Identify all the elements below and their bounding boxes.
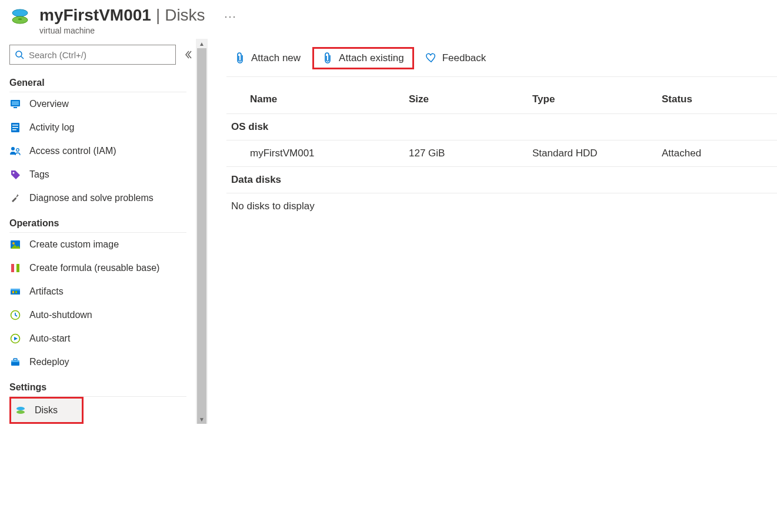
sidebar-scrollbar[interactable]: ▲ ▼ <box>196 39 208 424</box>
tag-icon <box>9 169 21 180</box>
cell-name: myFirstVM001 <box>250 148 409 159</box>
scroll-down-icon[interactable]: ▼ <box>196 414 208 424</box>
sidebar-item-label: Auto-start <box>29 333 70 344</box>
paperclip-icon <box>235 53 245 63</box>
svg-rect-28 <box>14 359 17 360</box>
heart-icon <box>426 53 436 63</box>
toolbar: Attach new Attach existing Feedback <box>226 39 777 77</box>
svg-rect-11 <box>12 125 18 126</box>
svg-rect-8 <box>12 101 19 105</box>
feedback-button[interactable]: Feedback <box>418 49 495 68</box>
search-input[interactable] <box>29 50 171 60</box>
image-icon <box>9 239 21 250</box>
briefcase-icon <box>9 356 21 368</box>
clock-start-icon <box>9 333 21 344</box>
sidebar-section-operations: Operations <box>9 210 186 233</box>
sidebar-item-label: Access control (IAM) <box>29 146 116 156</box>
highlight-box-attach-existing: Attach existing <box>312 47 414 69</box>
search-input-container[interactable] <box>9 45 176 65</box>
sidebar: General Overview Activity log Access con… <box>0 39 196 424</box>
sidebar-item-redeploy[interactable]: Redeploy <box>9 350 196 374</box>
toolbar-button-label: Attach new <box>251 52 301 64</box>
sidebar-item-label: Activity log <box>29 122 74 133</box>
svg-point-30 <box>16 407 25 410</box>
monitor-icon <box>9 98 21 110</box>
page-header: myFirstVM001 | Disks virtual machine ··· <box>0 0 777 39</box>
sidebar-item-label: Overview <box>29 99 69 109</box>
sidebar-item-diagnose[interactable]: Diagnose and solve problems <box>9 186 196 210</box>
sidebar-item-activity-log[interactable]: Activity log <box>9 116 196 139</box>
data-disks-empty: No disks to display <box>226 193 777 219</box>
log-icon <box>9 122 21 133</box>
disks-table: Name Size Type Status OS disk myFirstVM0… <box>226 88 777 219</box>
sidebar-item-tags[interactable]: Tags <box>9 163 196 186</box>
svg-rect-19 <box>11 264 14 272</box>
os-disk-section-header: OS disk <box>226 114 777 140</box>
svg-point-5 <box>16 51 22 57</box>
highlight-box-disks: Disks <box>9 397 84 424</box>
cell-size: 127 GiB <box>409 148 532 159</box>
people-icon <box>9 145 21 157</box>
disks-icon <box>15 404 26 416</box>
sidebar-item-label: Auto-shutdown <box>29 310 92 320</box>
sidebar-item-access-control[interactable]: Access control (IAM) <box>9 139 196 163</box>
sidebar-item-overview[interactable]: Overview <box>9 92 196 116</box>
sidebar-item-label: Artifacts <box>29 286 64 297</box>
sidebar-item-label: Tags <box>29 169 49 180</box>
sidebar-item-create-custom-image[interactable]: Create custom image <box>9 233 196 256</box>
sidebar-item-auto-start[interactable]: Auto-start <box>9 327 196 350</box>
data-disks-section-header: Data disks <box>226 167 777 193</box>
sidebar-item-disks[interactable]: Disks <box>11 399 82 422</box>
attach-new-button[interactable]: Attach new <box>226 49 309 68</box>
sidebar-section-settings: Settings <box>9 374 186 397</box>
clock-icon <box>9 309 21 321</box>
sidebar-item-create-formula[interactable]: Create formula (reusable base) <box>9 256 196 280</box>
svg-rect-12 <box>12 127 18 128</box>
artifacts-icon <box>9 286 21 297</box>
sidebar-section-general: General <box>9 69 186 92</box>
svg-rect-13 <box>12 129 16 131</box>
svg-point-4 <box>18 18 22 20</box>
page-title: myFirstVM001 | Disks <box>39 6 205 25</box>
sidebar-item-auto-shutdown[interactable]: Auto-shutdown <box>9 303 196 327</box>
svg-point-31 <box>16 410 25 414</box>
col-header-size: Size <box>409 93 532 105</box>
svg-rect-24 <box>15 291 17 293</box>
collapse-sidebar-button[interactable] <box>181 47 196 62</box>
svg-rect-9 <box>14 107 17 108</box>
svg-point-16 <box>13 172 15 174</box>
scroll-up-icon[interactable]: ▲ <box>196 39 208 48</box>
col-header-status: Status <box>662 93 768 105</box>
sidebar-item-label: Create custom image <box>29 239 119 250</box>
svg-point-15 <box>16 149 19 152</box>
title-separator: | <box>156 6 160 25</box>
col-header-name: Name <box>250 93 409 105</box>
sidebar-item-artifacts[interactable]: Artifacts <box>9 280 196 303</box>
sidebar-item-label: Disks <box>35 405 58 416</box>
search-icon <box>15 50 24 59</box>
cell-type: Standard HDD <box>532 148 662 159</box>
sidebar-item-label: Redeploy <box>29 357 69 367</box>
paperclip-icon <box>322 53 333 63</box>
toolbar-button-label: Attach existing <box>339 52 404 64</box>
svg-rect-22 <box>11 289 20 290</box>
attach-existing-button[interactable]: Attach existing <box>314 49 412 68</box>
sidebar-item-label: Diagnose and solve problems <box>29 193 154 203</box>
svg-point-14 <box>11 147 15 150</box>
svg-rect-29 <box>11 360 19 362</box>
wrench-icon <box>9 192 21 204</box>
col-header-type: Type <box>532 93 662 105</box>
svg-rect-23 <box>12 291 14 293</box>
svg-line-6 <box>21 56 24 59</box>
formula-icon <box>9 262 21 274</box>
blade-name: Disks <box>165 6 205 25</box>
vm-icon <box>9 6 31 27</box>
sidebar-item-label: Create formula (reusable base) <box>29 263 159 273</box>
scroll-thumb[interactable] <box>197 48 206 424</box>
more-menu-button[interactable]: ··· <box>225 6 237 23</box>
svg-point-18 <box>12 242 15 245</box>
cell-status: Attached <box>662 148 768 159</box>
resource-name: myFirstVM001 <box>39 6 151 25</box>
table-header-row: Name Size Type Status <box>226 88 777 114</box>
table-row[interactable]: myFirstVM001 127 GiB Standard HDD Attach… <box>226 140 777 167</box>
